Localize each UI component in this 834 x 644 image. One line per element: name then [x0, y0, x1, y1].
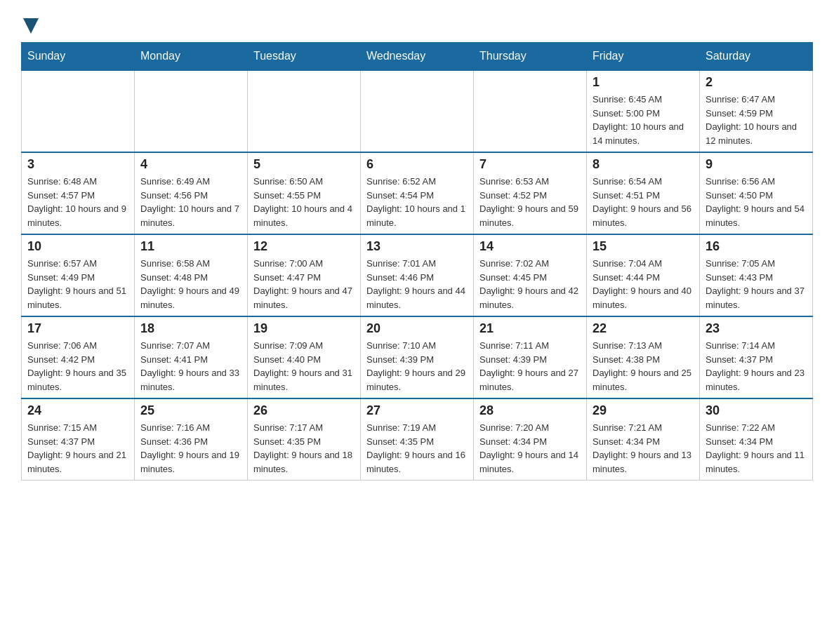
day-number: 4	[140, 157, 241, 172]
calendar-cell	[361, 70, 474, 152]
calendar-cell: 23Sunrise: 7:14 AMSunset: 4:37 PMDayligh…	[700, 316, 813, 398]
calendar-cell: 22Sunrise: 7:13 AMSunset: 4:38 PMDayligh…	[587, 316, 700, 398]
calendar-week-1: 1Sunrise: 6:45 AMSunset: 5:00 PMDaylight…	[22, 70, 813, 152]
day-info: Sunrise: 7:10 AMSunset: 4:39 PMDaylight:…	[366, 339, 468, 394]
calendar-cell: 14Sunrise: 7:02 AMSunset: 4:45 PMDayligh…	[474, 234, 587, 316]
day-number: 3	[27, 157, 128, 172]
day-info: Sunrise: 7:02 AMSunset: 4:45 PMDaylight:…	[479, 257, 581, 311]
weekday-header-sunday: Sunday	[22, 43, 135, 71]
day-info: Sunrise: 6:48 AMSunset: 4:57 PMDaylight:…	[27, 175, 128, 229]
calendar-cell: 13Sunrise: 7:01 AMSunset: 4:46 PMDayligh…	[361, 234, 474, 316]
day-number: 26	[253, 403, 355, 418]
calendar-cell: 27Sunrise: 7:19 AMSunset: 4:35 PMDayligh…	[361, 398, 474, 481]
day-info: Sunrise: 7:01 AMSunset: 4:46 PMDaylight:…	[366, 257, 468, 311]
day-number: 15	[593, 239, 694, 254]
day-number: 1	[593, 75, 694, 90]
day-info: Sunrise: 7:00 AMSunset: 4:47 PMDaylight:…	[253, 257, 355, 311]
day-number: 7	[479, 157, 581, 172]
calendar-cell: 16Sunrise: 7:05 AMSunset: 4:43 PMDayligh…	[700, 234, 813, 316]
day-info: Sunrise: 6:57 AMSunset: 4:49 PMDaylight:…	[27, 257, 128, 311]
day-number: 30	[706, 403, 807, 418]
day-info: Sunrise: 7:07 AMSunset: 4:41 PMDaylight:…	[140, 339, 241, 394]
day-info: Sunrise: 7:06 AMSunset: 4:42 PMDaylight:…	[27, 339, 128, 394]
calendar-cell: 30Sunrise: 7:22 AMSunset: 4:34 PMDayligh…	[700, 398, 813, 481]
day-number: 20	[366, 321, 468, 336]
day-number: 11	[140, 239, 241, 254]
day-number: 24	[27, 403, 128, 418]
day-number: 17	[27, 321, 128, 336]
day-number: 22	[593, 321, 694, 336]
calendar-cell: 9Sunrise: 6:56 AMSunset: 4:50 PMDaylight…	[700, 152, 813, 234]
calendar-cell	[474, 70, 587, 152]
day-info: Sunrise: 7:09 AMSunset: 4:40 PMDaylight:…	[253, 339, 355, 394]
calendar-cell: 10Sunrise: 6:57 AMSunset: 4:49 PMDayligh…	[22, 234, 135, 316]
calendar-cell: 19Sunrise: 7:09 AMSunset: 4:40 PMDayligh…	[248, 316, 361, 398]
day-info: Sunrise: 7:17 AMSunset: 4:35 PMDaylight:…	[253, 421, 355, 476]
day-info: Sunrise: 6:45 AMSunset: 5:00 PMDaylight:…	[593, 93, 694, 147]
day-number: 29	[593, 403, 694, 418]
day-number: 27	[366, 403, 468, 418]
calendar-cell: 26Sunrise: 7:17 AMSunset: 4:35 PMDayligh…	[248, 398, 361, 481]
day-number: 6	[366, 157, 468, 172]
calendar-cell: 15Sunrise: 7:04 AMSunset: 4:44 PMDayligh…	[587, 234, 700, 316]
day-info: Sunrise: 7:20 AMSunset: 4:34 PMDaylight:…	[479, 421, 581, 476]
calendar-cell: 25Sunrise: 7:16 AMSunset: 4:36 PMDayligh…	[135, 398, 248, 481]
weekday-header-thursday: Thursday	[474, 43, 587, 71]
calendar-cell: 11Sunrise: 6:58 AMSunset: 4:48 PMDayligh…	[135, 234, 248, 316]
weekday-header-wednesday: Wednesday	[361, 43, 474, 71]
day-info: Sunrise: 7:11 AMSunset: 4:39 PMDaylight:…	[479, 339, 581, 394]
day-number: 21	[479, 321, 581, 336]
calendar-cell: 7Sunrise: 6:53 AMSunset: 4:52 PMDaylight…	[474, 152, 587, 234]
calendar-cell: 29Sunrise: 7:21 AMSunset: 4:34 PMDayligh…	[587, 398, 700, 481]
day-info: Sunrise: 7:19 AMSunset: 4:35 PMDaylight:…	[366, 421, 468, 476]
calendar-cell: 17Sunrise: 7:06 AMSunset: 4:42 PMDayligh…	[22, 316, 135, 398]
calendar-cell: 28Sunrise: 7:20 AMSunset: 4:34 PMDayligh…	[474, 398, 587, 481]
day-number: 8	[593, 157, 694, 172]
day-number: 2	[706, 75, 807, 90]
day-number: 28	[479, 403, 581, 418]
day-number: 10	[27, 239, 128, 254]
calendar-cell: 5Sunrise: 6:50 AMSunset: 4:55 PMDaylight…	[248, 152, 361, 234]
day-info: Sunrise: 6:56 AMSunset: 4:50 PMDaylight:…	[706, 175, 807, 229]
calendar-week-5: 24Sunrise: 7:15 AMSunset: 4:37 PMDayligh…	[22, 398, 813, 481]
calendar-cell: 18Sunrise: 7:07 AMSunset: 4:41 PMDayligh…	[135, 316, 248, 398]
day-number: 23	[706, 321, 807, 336]
calendar-table: SundayMondayTuesdayWednesdayThursdayFrid…	[21, 42, 813, 481]
logo	[21, 14, 39, 35]
calendar-cell: 24Sunrise: 7:15 AMSunset: 4:37 PMDayligh…	[22, 398, 135, 481]
weekday-header-monday: Monday	[135, 43, 248, 71]
day-number: 16	[706, 239, 807, 254]
day-number: 13	[366, 239, 468, 254]
calendar-cell	[248, 70, 361, 152]
weekday-header-row: SundayMondayTuesdayWednesdayThursdayFrid…	[22, 43, 813, 71]
svg-marker-0	[23, 18, 39, 34]
day-info: Sunrise: 7:16 AMSunset: 4:36 PMDaylight:…	[140, 421, 241, 476]
weekday-header-friday: Friday	[587, 43, 700, 71]
day-number: 18	[140, 321, 241, 336]
day-info: Sunrise: 6:53 AMSunset: 4:52 PMDaylight:…	[479, 175, 581, 229]
calendar-cell: 6Sunrise: 6:52 AMSunset: 4:54 PMDaylight…	[361, 152, 474, 234]
calendar-cell	[135, 70, 248, 152]
calendar-cell: 1Sunrise: 6:45 AMSunset: 5:00 PMDaylight…	[587, 70, 700, 152]
day-info: Sunrise: 7:13 AMSunset: 4:38 PMDaylight:…	[593, 339, 694, 394]
day-number: 14	[479, 239, 581, 254]
day-info: Sunrise: 6:52 AMSunset: 4:54 PMDaylight:…	[366, 175, 468, 229]
day-info: Sunrise: 7:04 AMSunset: 4:44 PMDaylight:…	[593, 257, 694, 311]
calendar-week-2: 3Sunrise: 6:48 AMSunset: 4:57 PMDaylight…	[22, 152, 813, 234]
day-number: 25	[140, 403, 241, 418]
page-header	[21, 14, 813, 35]
day-info: Sunrise: 7:05 AMSunset: 4:43 PMDaylight:…	[706, 257, 807, 311]
day-info: Sunrise: 7:22 AMSunset: 4:34 PMDaylight:…	[706, 421, 807, 476]
day-number: 9	[706, 157, 807, 172]
day-info: Sunrise: 7:21 AMSunset: 4:34 PMDaylight:…	[593, 421, 694, 476]
calendar-cell: 3Sunrise: 6:48 AMSunset: 4:57 PMDaylight…	[22, 152, 135, 234]
calendar-cell: 21Sunrise: 7:11 AMSunset: 4:39 PMDayligh…	[474, 316, 587, 398]
calendar-cell: 20Sunrise: 7:10 AMSunset: 4:39 PMDayligh…	[361, 316, 474, 398]
calendar-week-3: 10Sunrise: 6:57 AMSunset: 4:49 PMDayligh…	[22, 234, 813, 316]
day-info: Sunrise: 7:14 AMSunset: 4:37 PMDaylight:…	[706, 339, 807, 394]
calendar-week-4: 17Sunrise: 7:06 AMSunset: 4:42 PMDayligh…	[22, 316, 813, 398]
day-number: 19	[253, 321, 355, 336]
day-info: Sunrise: 7:15 AMSunset: 4:37 PMDaylight:…	[27, 421, 128, 476]
weekday-header-saturday: Saturday	[700, 43, 813, 71]
weekday-header-tuesday: Tuesday	[248, 43, 361, 71]
